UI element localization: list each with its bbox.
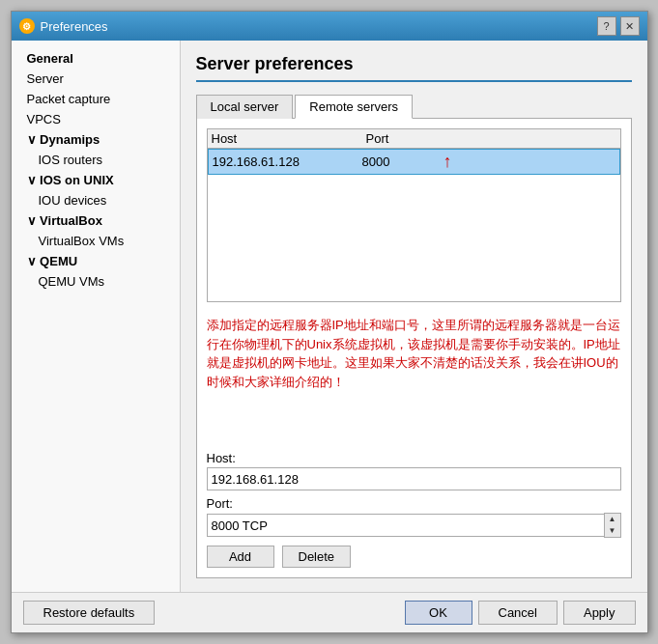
sidebar-item-ios-on-unix[interactable]: ∨ IOS on UNIX bbox=[12, 170, 180, 190]
spinner-buttons: ▲ ▼ bbox=[604, 513, 621, 538]
host-input[interactable] bbox=[207, 467, 621, 490]
sidebar-item-server[interactable]: Server bbox=[12, 69, 180, 89]
sidebar-item-virtualbox[interactable]: ∨ VirtualBox bbox=[12, 210, 180, 231]
sidebar-item-qemu[interactable]: ∨ QEMU bbox=[12, 251, 180, 271]
apply-button[interactable]: Apply bbox=[563, 601, 636, 625]
tabs: Local server Remote servers bbox=[196, 94, 632, 119]
spinner-up[interactable]: ▲ bbox=[605, 514, 620, 525]
sidebar-item-virtualbox-vms[interactable]: VirtualBox VMs bbox=[12, 231, 180, 251]
window-title: Preferences bbox=[41, 19, 108, 34]
sidebar-item-ios-routers[interactable]: IOS routers bbox=[12, 150, 180, 170]
close-button[interactable]: ✕ bbox=[620, 16, 640, 36]
footer: Restore defaults OK Cancel Apply bbox=[12, 592, 647, 632]
row-host: 192.168.61.128 bbox=[213, 154, 362, 169]
action-buttons: Add Delete bbox=[207, 546, 621, 568]
form-section: Host: Port: ▲ ▼ Add Delete bbox=[207, 451, 621, 568]
tab-content-remote-servers: Host Port 192.168.61.128 8000 ↑ 添加指定的远程服… bbox=[196, 119, 632, 578]
arrow-icon: ↑ bbox=[443, 152, 452, 172]
sidebar-item-packet-capture[interactable]: Packet capture bbox=[12, 89, 180, 109]
port-spinner: ▲ ▼ bbox=[207, 513, 621, 538]
restore-defaults-button[interactable]: Restore defaults bbox=[23, 601, 156, 625]
description-text: 添加指定的远程服务器IP地址和端口号，这里所谓的远程服务器就是一台运行在你物理机… bbox=[207, 310, 621, 443]
port-label: Port: bbox=[207, 496, 621, 511]
delete-button[interactable]: Delete bbox=[282, 546, 352, 568]
cancel-button[interactable]: Cancel bbox=[478, 601, 558, 625]
col-header-port: Port bbox=[366, 131, 443, 146]
title-bar: ⚙ Preferences ? ✕ bbox=[12, 12, 647, 41]
app-icon: ⚙ bbox=[19, 18, 35, 34]
server-table: Host Port 192.168.61.128 8000 ↑ bbox=[207, 128, 621, 302]
tab-local-server[interactable]: Local server bbox=[196, 95, 294, 119]
title-bar-left: ⚙ Preferences bbox=[19, 18, 108, 34]
row-port: 8000 bbox=[362, 154, 440, 169]
col-header-host: Host bbox=[212, 131, 366, 146]
title-buttons: ? ✕ bbox=[597, 16, 640, 36]
sidebar-item-iou-devices[interactable]: IOU devices bbox=[12, 190, 180, 210]
tab-remote-servers[interactable]: Remote servers bbox=[295, 95, 413, 119]
preferences-window: ⚙ Preferences ? ✕ General Server Packet … bbox=[11, 11, 648, 633]
port-input[interactable] bbox=[207, 514, 604, 537]
sidebar-item-general[interactable]: General bbox=[12, 48, 180, 69]
sidebar-item-dynamips[interactable]: ∨ Dynamips bbox=[12, 129, 180, 150]
sidebar: General Server Packet capture VPCS ∨ Dyn… bbox=[12, 41, 181, 592]
ok-button[interactable]: OK bbox=[405, 601, 472, 625]
sidebar-item-vpcs[interactable]: VPCS bbox=[12, 109, 180, 129]
content-area: General Server Packet capture VPCS ∨ Dyn… bbox=[12, 41, 647, 592]
table-header: Host Port bbox=[208, 129, 620, 149]
help-button[interactable]: ? bbox=[597, 16, 616, 36]
spinner-down[interactable]: ▼ bbox=[605, 525, 620, 537]
table-row[interactable]: 192.168.61.128 8000 ↑ bbox=[208, 149, 620, 175]
main-panel: Server preferences Local server Remote s… bbox=[181, 41, 647, 592]
add-button[interactable]: Add bbox=[207, 546, 274, 568]
panel-title: Server preferences bbox=[196, 54, 632, 82]
sidebar-item-qemu-vms[interactable]: QEMU VMs bbox=[12, 271, 180, 292]
host-label: Host: bbox=[207, 451, 621, 465]
